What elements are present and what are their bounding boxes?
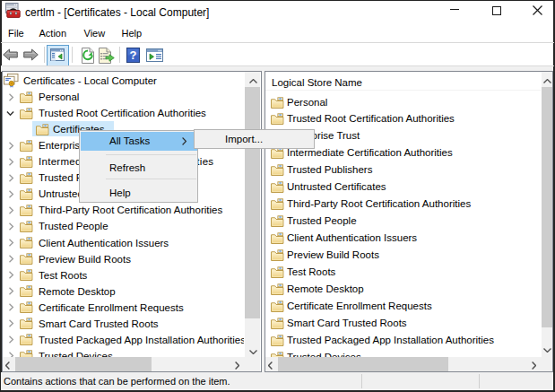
- svg-text:?: ?: [130, 48, 137, 62]
